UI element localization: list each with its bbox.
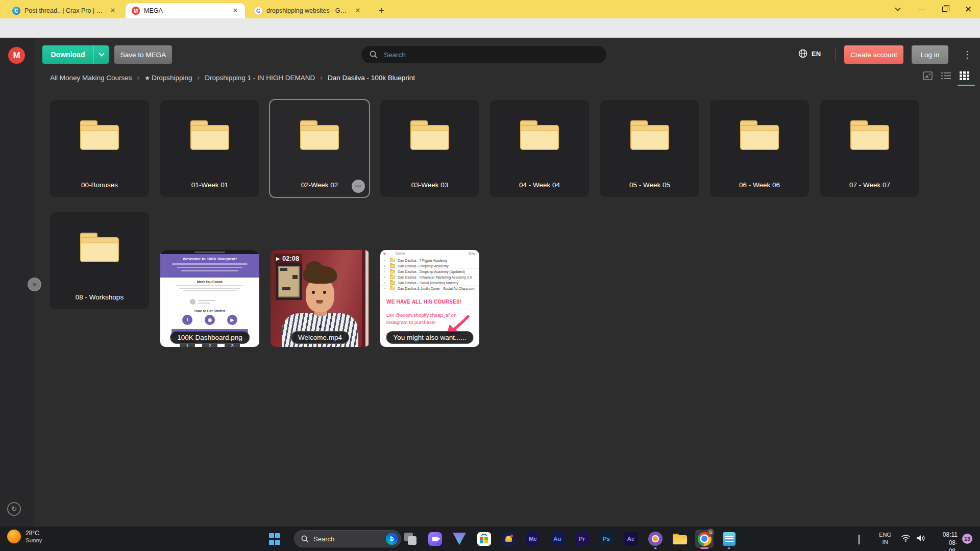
tab-google-search[interactable]: G dropshipping websites - Google ✕ [248,3,368,18]
clock[interactable]: 08:11 08-08-2023 [943,531,958,551]
microsoft-store-icon[interactable] [475,530,493,548]
thumb-folder-list: Dan Dasilva - 7 Figure AcademyDan Dasilv… [380,258,479,291]
language-indicator[interactable]: ENGIN [879,531,891,545]
notepad-icon[interactable] [720,530,738,548]
file-card-promo[interactable]: ♥ Name Size Dan Dasilva - 7 Figure Acade… [380,250,479,347]
folder-card[interactable]: 05 - Week 05 [600,100,699,197]
file-explorer-icon[interactable] [671,530,689,548]
volume-icon[interactable] [916,534,926,544]
folder-card[interactable]: 07 - Week 07 [820,100,919,197]
chrome-icon[interactable]: S [695,530,714,548]
tab-close-icon[interactable]: ✕ [231,6,240,15]
mini-folder-icon [390,264,395,268]
star-icon: ★ [144,74,150,82]
download-options-chevron-icon[interactable] [93,45,109,64]
search-placeholder: Search [384,51,406,59]
thumb-folder-row: Dan Dasilva - Dropship Academy [380,263,479,269]
bing-icon[interactable]: b [386,533,398,545]
facebook-icon: f [182,315,192,325]
mega-search-input[interactable]: Search [361,46,606,63]
key-icon: ◉ [205,315,215,325]
promo-line: instagram to purchase! [386,319,436,325]
notification-badge[interactable]: 13 [962,534,972,544]
preview-view-icon[interactable] [923,71,933,80]
breadcrumb-separator-icon: › [137,73,140,82]
folder-card[interactable]: 06 - Week 06 [710,100,809,197]
mini-folder-icon [390,287,395,290]
sidebar-expand-button[interactable]: » [28,278,41,291]
crax-favicon-icon: C [12,7,20,15]
folder-card[interactable]: 02-Week 02••• [270,100,369,197]
folder-icon [740,120,779,150]
create-account-button[interactable]: Create account [844,45,903,64]
tab-mega[interactable]: M MEGA ✕ [126,3,245,18]
login-button[interactable]: Log in [912,45,948,64]
thumb-coach-title: Meet You Coach [160,280,259,284]
start-button[interactable] [269,533,281,545]
list-view-icon[interactable] [941,72,951,80]
mega-menu-icon[interactable]: ⋮ [963,49,972,60]
minimize-button[interactable]: — [910,0,933,18]
tray-expand-icon[interactable] [859,536,864,541]
taskbar-search-placeholder: Search [313,535,381,543]
language-selector[interactable]: EN [798,49,821,58]
mega-page: M ↻ » Download Save to MEGA Search EN Cr… [0,38,980,527]
folder-card[interactable]: 01-Week 01 [160,100,259,197]
after-effects-icon[interactable]: Ae [622,530,640,548]
tor-browser-icon[interactable] [646,530,665,548]
weather-condition: Sunny [26,537,42,543]
google-favicon-icon: G [254,7,262,15]
play-icon: ▶ [276,256,280,261]
help-button[interactable]: ↻ [7,502,21,516]
bell-app-icon[interactable] [499,530,518,548]
mega-favicon-icon: M [132,7,140,15]
breadcrumb-item-current: Dan Dasilva - 100k Blueprint [328,74,415,82]
close-button[interactable]: ✕ [957,0,980,18]
mega-logo[interactable]: M [8,47,25,64]
download-label: Download [42,51,93,59]
context-menu-button[interactable]: ••• [352,180,365,193]
camera-app-icon[interactable] [426,530,444,548]
breadcrumb-item[interactable]: All Money Making Courses [50,74,132,82]
folder-card[interactable]: 03-Week 03 [380,100,479,197]
media-encoder-icon[interactable]: Me [524,530,542,548]
weather-widget[interactable]: 28°C Sunny [7,530,42,543]
thumb-folder-row: Dan Dasilva - Influencer Marketing Acade… [380,274,479,280]
file-card-welcome-mp4[interactable]: ▶ 02:08 Welcome.mp4 [271,250,370,347]
folder-name: 08 - Workshops [54,293,145,301]
thumb-banner-title: Welcome to 100K Blueprint! [160,257,259,261]
taskbar-search[interactable]: Search b [294,530,401,547]
tray-date: 08-08-2023 [943,539,958,551]
folder-card[interactable]: 00-Bonuses [50,100,149,197]
breadcrumb-separator-icon: › [320,73,323,82]
person-hair [303,265,337,284]
tab-search-chevron-icon[interactable] [886,0,910,18]
video-duration: 02:08 [282,255,299,262]
save-to-mega-button[interactable]: Save to MEGA [114,45,172,64]
download-button[interactable]: Download [42,45,109,64]
folder-name: 07 - Week 07 [824,181,915,189]
breadcrumb-item[interactable]: Dropshipping 1 - IN HIGH DEMAND [205,74,315,82]
triangle-app-icon[interactable] [450,530,469,548]
file-name-label: You might also want...... [386,331,474,344]
wifi-icon[interactable] [901,534,911,544]
screen: C Post thread.. | Crax Pro | Cracking ✕ … [0,0,980,551]
window-controls: — ✕ [886,0,980,18]
folder-icon [80,120,119,150]
header-divider [835,48,836,61]
restore-button[interactable] [933,0,957,18]
tab-crax-pro[interactable]: C Post thread.. | Crax Pro | Cracking ✕ [6,3,122,18]
tab-close-icon[interactable]: ✕ [353,6,362,15]
folder-icon [630,120,669,150]
premiere-icon[interactable]: Pr [573,530,591,548]
file-card-dashboard-png[interactable]: Welcome to 100K Blueprint! Meet You Coac… [160,250,259,347]
breadcrumb-item[interactable]: ★Dropshipping [144,74,192,82]
new-tab-button[interactable]: + [375,4,388,17]
task-view-button[interactable] [401,530,420,548]
photoshop-icon[interactable]: Ps [597,530,616,548]
audition-icon[interactable]: Au [548,530,567,548]
grid-view-icon[interactable] [960,71,969,80]
folder-card[interactable]: 08 - Workshops [50,212,149,309]
folder-card[interactable]: 04 - Week 04 [490,100,589,197]
tab-close-icon[interactable]: ✕ [108,6,117,15]
